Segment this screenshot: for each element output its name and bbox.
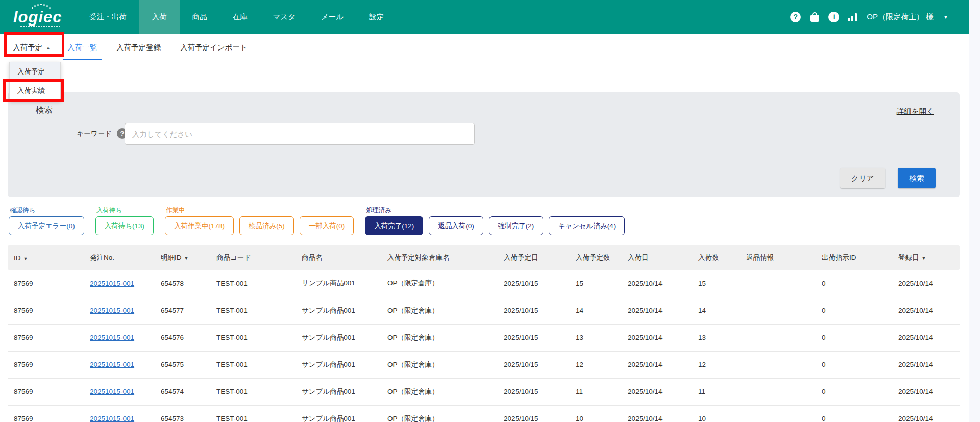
logo-dot — [43, 4, 45, 6]
search-panel-title: 検索 — [36, 105, 53, 116]
search-button[interactable]: 検索 — [898, 168, 936, 188]
cell-warehouse: OP（限定倉庫） — [381, 351, 498, 378]
open-details-link[interactable]: 詳細を開く — [897, 107, 934, 116]
order-no-link[interactable]: 20251015-001 — [90, 334, 134, 341]
clear-button[interactable]: クリア — [840, 168, 885, 188]
chip-cancelled[interactable]: キャンセル済み(4) — [549, 216, 625, 235]
user-caret-down-icon[interactable]: ▼ — [943, 14, 948, 20]
cell-shipping-id: 0 — [816, 297, 892, 324]
scrollbar-track[interactable] — [969, 0, 980, 422]
col-header-received-date[interactable]: 入荷日 — [622, 245, 692, 270]
tab-receiving-schedule-register[interactable]: 入荷予定登録 — [115, 34, 162, 62]
logiec-logo[interactable]: logiec — [0, 0, 77, 34]
order-no-link[interactable]: 20251015-001 — [90, 388, 134, 395]
chip-inspection-done[interactable]: 検品済み(5) — [239, 216, 294, 235]
menu-item-orders-shipping[interactable]: 受注・出荷 — [77, 0, 139, 34]
cell-shipping-id: 0 — [816, 405, 892, 422]
logo-dot — [34, 5, 36, 7]
cell-return-info — [740, 378, 816, 405]
tab-receiving-schedule-import[interactable]: 入荷予定インポート — [179, 34, 249, 62]
top-navbar: logiec 受注・出荷 入荷 商品 在庫 マスタ メール 設定 ? i — [0, 0, 969, 34]
chip-receiving-in-progress[interactable]: 入荷作業中(178) — [165, 216, 234, 235]
bar-chart-icon[interactable] — [848, 13, 858, 21]
dropdown-item-receiving-results[interactable]: 入荷実績 — [10, 81, 60, 100]
cell-order-no: 20251015-001 — [84, 378, 155, 405]
cell-product-code: TEST-001 — [210, 297, 296, 324]
receiving-schedule-dropdown-trigger[interactable]: 入荷予定 ▲ — [13, 34, 51, 62]
col-header-planned-date[interactable]: 入荷予定日 — [498, 245, 570, 270]
col-header-product-name[interactable]: 商品名 — [296, 245, 381, 270]
cell-received-date: 2025/10/14 — [622, 351, 692, 378]
chip-receiving-schedule-error[interactable]: 入荷予定エラー(0) — [9, 216, 84, 235]
cell-detail-id: 654574 — [155, 378, 210, 405]
shopping-bag-icon[interactable] — [810, 12, 820, 22]
chip-awaiting-receiving[interactable]: 入荷待ち(13) — [95, 216, 154, 235]
order-no-link[interactable]: 20251015-001 — [90, 415, 134, 422]
cell-id: 87569 — [8, 324, 84, 351]
cell-registered: 2025/10/14 — [892, 378, 960, 405]
cell-received-qty: 15 — [692, 270, 740, 297]
logo-dot — [40, 4, 42, 5]
user-account-label[interactable]: OP（限定荷主） 様 — [867, 12, 934, 22]
cell-id: 87569 — [8, 378, 84, 405]
filter-group-processed: 処理済み 入荷完了(12) 返品入荷(0) 強制完了(2) キャンセル済み(4) — [365, 206, 625, 235]
bar — [855, 13, 857, 21]
menu-item-master[interactable]: マスタ — [260, 0, 309, 34]
chip-return-receiving[interactable]: 返品入荷(0) — [429, 216, 483, 235]
cell-product-code: TEST-001 — [210, 378, 296, 405]
chip-partial-receiving[interactable]: 一部入荷(0) — [300, 216, 354, 235]
order-no-link[interactable]: 20251015-001 — [90, 307, 134, 314]
cell-detail-id: 654573 — [155, 405, 210, 422]
cell-warehouse: OP（限定倉庫） — [381, 297, 498, 324]
cell-planned-qty: 14 — [570, 297, 622, 324]
cell-registered: 2025/10/14 — [892, 351, 960, 378]
status-filters: 確認待ち 入荷予定エラー(0) 入荷待ち 入荷待ち(13) 作業中 入荷作業中(… — [9, 206, 625, 235]
table-row: 87569 20251015-001 654574 TEST-001 サンプル商… — [8, 378, 960, 405]
cell-shipping-id: 0 — [816, 270, 892, 297]
cell-return-info — [740, 405, 816, 422]
cell-product-name: サンプル商品001 — [296, 378, 381, 405]
keyword-input[interactable] — [125, 123, 475, 145]
col-header-product-code[interactable]: 商品コード — [210, 245, 296, 270]
menu-item-settings[interactable]: 設定 — [356, 0, 397, 34]
cell-product-name: サンプル商品001 — [296, 270, 381, 297]
col-header-detail-id[interactable]: 明細ID▼ — [155, 245, 210, 270]
order-no-link[interactable]: 20251015-001 — [90, 361, 134, 368]
tab-receiving-list[interactable]: 入荷一覧 — [66, 34, 99, 62]
col-header-return-info[interactable]: 返品情報 — [740, 245, 816, 270]
cell-detail-id: 654575 — [155, 351, 210, 378]
chip-forced-complete[interactable]: 強制完了(2) — [489, 216, 544, 235]
col-header-id[interactable]: ID▼ — [8, 245, 84, 270]
search-panel: 検索 詳細を開く キーワード ? クリア 検索 — [8, 92, 960, 197]
col-header-planned-qty[interactable]: 入荷予定数 — [570, 245, 622, 270]
cell-warehouse: OP（限定倉庫） — [381, 324, 498, 351]
col-header-received-qty[interactable]: 入荷数 — [692, 245, 740, 270]
cell-registered: 2025/10/14 — [892, 405, 960, 422]
col-header-order-no[interactable]: 発注No. — [84, 245, 155, 270]
order-no-link[interactable]: 20251015-001 — [90, 280, 134, 287]
menu-item-mail[interactable]: メール — [308, 0, 356, 34]
cell-shipping-id: 0 — [816, 351, 892, 378]
dropdown-trigger-label: 入荷予定 — [13, 43, 42, 53]
sort-desc-icon: ▼ — [922, 256, 926, 261]
cell-detail-id: 654577 — [155, 297, 210, 324]
chip-receiving-complete[interactable]: 入荷完了(12) — [365, 216, 423, 235]
menu-item-products[interactable]: 商品 — [180, 0, 220, 34]
info-icon[interactable]: i — [828, 12, 839, 22]
help-icon[interactable]: ? — [790, 12, 801, 22]
cell-planned-date: 2025/10/15 — [498, 378, 570, 405]
col-header-registered[interactable]: 登録日▼ — [892, 245, 960, 270]
filter-group-awaiting-receiving: 入荷待ち 入荷待ち(13) — [95, 206, 154, 235]
menu-item-inventory[interactable]: 在庫 — [220, 0, 260, 34]
navbar-right: ? i OP（限定荷主） 様 ▼ — [790, 0, 969, 34]
cell-order-no: 20251015-001 — [84, 270, 155, 297]
dropdown-item-receiving-schedule[interactable]: 入荷予定 — [10, 62, 60, 81]
col-header-warehouse[interactable]: 入荷予定対象倉庫名 — [381, 245, 498, 270]
col-header-shipping-id[interactable]: 出荷指示ID — [816, 245, 892, 270]
search-panel-buttons: クリア 検索 — [840, 168, 936, 188]
sort-desc-icon: ▼ — [184, 256, 189, 261]
menu-item-receiving[interactable]: 入荷 — [139, 0, 180, 34]
receiving-dropdown-menu: 入荷予定 入荷実績 — [9, 62, 61, 101]
cell-registered: 2025/10/14 — [892, 297, 960, 324]
table-row: 87569 20251015-001 654575 TEST-001 サンプル商… — [8, 351, 960, 378]
